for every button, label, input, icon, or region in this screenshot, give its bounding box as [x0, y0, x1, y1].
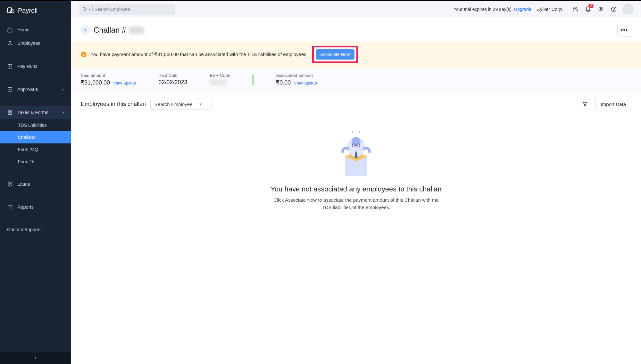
chevron-left-icon	[83, 28, 87, 32]
combo-placeholder: Search Employee	[154, 101, 192, 107]
sidebar-label: Home	[17, 27, 30, 32]
sidebar-item-taxes-forms[interactable]: Taxes & Forms ▾	[0, 106, 71, 119]
sidebar: Payroll Home Employees Pay Runs Approval…	[0, 1, 71, 364]
associate-highlight: Associate Now	[312, 46, 358, 63]
info-icon: i	[81, 52, 87, 57]
import-data-button[interactable]: Import Data	[595, 98, 631, 110]
info-banner: i You have payment amount of ₹31,000.00 …	[71, 41, 641, 68]
search-input[interactable]	[95, 7, 172, 12]
taxes-submenu: TDS Liabilities Challans Form 24Q Form 1…	[0, 119, 71, 168]
sidebar-subitem-form-16[interactable]: Form 16	[0, 156, 71, 168]
brand: Payroll	[0, 1, 71, 20]
stat-paid-amount: Paid amount ₹31,000.00 View Splitup	[81, 73, 136, 86]
loans-icon	[7, 181, 13, 187]
page-title: Challan #	[94, 26, 144, 35]
sidebar-item-home[interactable]: Home	[0, 23, 71, 36]
sidebar-collapse-button[interactable]	[0, 352, 71, 364]
people-icon	[572, 6, 579, 12]
filter-button[interactable]	[579, 98, 591, 110]
sidebar-label: Taxes & Forms	[17, 110, 48, 115]
stat-associated-amount: Associated amount ₹0.00 View Splitup	[276, 73, 317, 86]
org-switcher[interactable]: Zylker Corp ⌄	[537, 6, 566, 12]
challan-id-redacted	[129, 27, 144, 34]
app-name: Payroll	[18, 7, 37, 14]
stat-label: Associated amount	[276, 73, 317, 78]
trial-notice: Your trial expires in 29 day(s). Upgrade	[454, 7, 531, 12]
sidebar-contact-support[interactable]: Contact Support	[0, 226, 71, 233]
back-button[interactable]	[81, 26, 90, 35]
upgrade-link[interactable]: Upgrade	[514, 7, 531, 12]
employees-section-header: Employees in this challan Search Employe…	[71, 92, 641, 117]
empty-description: Click Associate Now to associate the pay…	[270, 197, 443, 211]
sidebar-subitem-form-24q[interactable]: Form 24Q	[0, 143, 71, 156]
sidebar-item-pay-runs[interactable]: Pay Runs	[0, 60, 71, 73]
page-header: Challan # •••	[71, 17, 641, 41]
stat-label: BSR Code	[210, 73, 230, 78]
sidebar-item-loans[interactable]: Loans	[0, 177, 71, 191]
svg-point-8	[83, 8, 86, 11]
stat-bsr-code: BSR Code	[210, 73, 230, 86]
trial-text-prefix: Your trial expires in 29 day(s).	[454, 7, 514, 12]
banner-text: You have payment amount of ₹31,000.00 th…	[90, 52, 308, 57]
stat-separator	[253, 74, 254, 85]
stat-label: Paid amount	[81, 73, 136, 78]
sidebar-label: Employees	[17, 41, 40, 46]
search-icon	[82, 7, 87, 12]
notifications-button[interactable]: 2	[585, 6, 592, 13]
svg-point-11	[600, 8, 602, 10]
sidebar-label: Approvals	[17, 87, 38, 92]
svg-point-13	[614, 10, 614, 11]
settings-button[interactable]	[597, 6, 604, 13]
refer-icon[interactable]	[572, 6, 579, 13]
svg-point-10	[576, 8, 577, 9]
search-dropdown-caret[interactable]: ▾	[89, 8, 90, 11]
stat-value: ₹31,000.00	[81, 79, 110, 86]
sidebar-item-employees[interactable]: Employees	[0, 36, 71, 50]
sidebar-subitem-tds-liabilities[interactable]: TDS Liabilities	[0, 119, 71, 131]
view-splitup-link[interactable]: View Splitup	[294, 81, 317, 85]
associate-now-button[interactable]: Associate Now	[316, 49, 354, 60]
svg-point-17	[352, 137, 361, 146]
notification-badge: 2	[588, 4, 594, 8]
sidebar-label: Loans	[17, 182, 30, 187]
help-icon	[611, 6, 617, 12]
employees-icon	[7, 40, 13, 46]
org-name: Zylker Corp	[537, 6, 562, 12]
sidebar-item-reports[interactable]: Reports	[0, 200, 71, 214]
caret-down-icon: ▼	[199, 102, 202, 106]
empty-title: You have not associated any employees to…	[271, 185, 442, 193]
reports-icon	[7, 204, 13, 210]
nav: Home Employees Pay Runs Approvals ▸ Taxe…	[0, 20, 71, 352]
help-button[interactable]	[610, 6, 617, 13]
svg-point-2	[9, 41, 11, 43]
svg-line-24	[359, 131, 360, 133]
approvals-icon	[7, 86, 13, 92]
svg-point-9	[573, 8, 575, 9]
svg-point-1	[11, 10, 14, 13]
stat-paid-date: Paid Date 02/02/2023	[158, 73, 187, 86]
chevron-right-icon: ▸	[62, 88, 64, 91]
bsr-code-redacted	[210, 79, 227, 85]
payroll-logo-icon	[6, 6, 15, 15]
chevron-down-icon: ▾	[62, 111, 64, 114]
stat-value: ₹0.00	[276, 79, 291, 86]
more-actions-button[interactable]: •••	[617, 24, 631, 36]
global-search[interactable]: ▾	[79, 4, 175, 15]
view-splitup-link[interactable]: View Splitup	[113, 81, 136, 85]
gear-icon	[598, 6, 604, 12]
employee-search-combo[interactable]: Search Employee ▼	[150, 99, 212, 110]
topbar: ▾ Your trial expires in 29 day(s). Upgra…	[71, 1, 641, 17]
chevron-down-icon: ⌄	[563, 7, 566, 11]
taxes-icon	[7, 109, 13, 115]
sidebar-label: Reports	[17, 205, 34, 210]
filter-icon	[582, 101, 588, 107]
sidebar-subitem-challans[interactable]: Challans	[0, 131, 71, 143]
svg-point-6	[8, 182, 12, 186]
page-title-text: Challan #	[94, 26, 126, 35]
stat-label: Paid Date	[158, 73, 187, 78]
stats-row: Paid amount ₹31,000.00 View Splitup Paid…	[71, 68, 641, 92]
avatar[interactable]	[623, 4, 633, 14]
home-icon	[7, 27, 13, 33]
chevron-left-icon	[33, 356, 38, 360]
sidebar-item-approvals[interactable]: Approvals ▸	[0, 83, 71, 96]
